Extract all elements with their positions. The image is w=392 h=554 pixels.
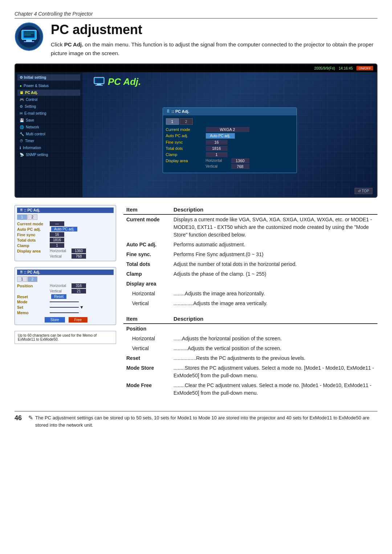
panel1-title-icon: ⠿	[20, 208, 23, 212]
panel1-row-cursor: Current mode —	[17, 221, 114, 226]
panel1-title-text: :: PC Adj.	[24, 208, 40, 212]
page-number: 46	[15, 414, 25, 422]
panel1-label-total: Total dots	[17, 238, 50, 242]
t1-desc-2: Performs Fine Sync adjustment.(0 ~ 31)	[171, 250, 377, 259]
svg-rect-11	[95, 85, 103, 86]
svg-rect-4	[26, 40, 32, 41]
panel2-store-btn[interactable]: Store	[45, 317, 65, 323]
panel2-tab-2[interactable]: 2	[28, 276, 38, 282]
sidebar-label-6: Save	[26, 118, 34, 122]
scr-vert-label: Vertical	[206, 164, 231, 168]
left-panels: ⠿ :: PC Adj. 1 2 Current mode — Auto PC …	[15, 205, 116, 404]
panel2-horiz-val: 316	[72, 283, 86, 288]
sidebar-pc-adj[interactable]: 🖥PC Adj.	[17, 90, 80, 96]
sidebar-information[interactable]: ℹInformation	[17, 145, 80, 151]
panel1-row-auto: Auto PC adj. Auto PC adj.	[17, 227, 114, 231]
panel1-row-clamp: Clamp 1	[17, 243, 114, 248]
t1-desc-7: ..............Adjusts the image area ver…	[171, 299, 377, 308]
panel1-tab-2[interactable]: 2	[28, 214, 38, 220]
panel-1: ⠿ :: PC Adj. 1 2 Current mode — Auto PC …	[15, 205, 116, 261]
t1-item-6: Horizontal	[123, 289, 171, 299]
panel1-auto-btn[interactable]: Auto PC adj.	[51, 227, 77, 231]
table-row: Horizontal ........Adjusts the image are…	[123, 289, 377, 299]
screenshot-tab-1[interactable]: 1	[166, 118, 179, 125]
scr-horiz-val: 1360	[231, 158, 249, 163]
svg-rect-9	[95, 78, 103, 83]
panel1-vert-label: Vertical	[50, 254, 72, 258]
panel1-row-fine: Fine sync 16	[17, 232, 114, 237]
sidebar-snmp[interactable]: 📡SNMP setting	[17, 152, 80, 158]
panel2-row-set: Set ▼	[17, 305, 114, 310]
panel2-title: ⠿ :: PC Adj.	[17, 270, 114, 275]
panel2-btn-row: Store Free	[17, 317, 114, 323]
screenshot-panel-title-text: :: PC Adj.	[172, 109, 189, 114]
scr-row-label-1: Auto PC adj.	[166, 134, 206, 138]
sidebar-save[interactable]: 💾Save	[17, 117, 80, 123]
sidebar-timer[interactable]: ⏱Timer	[17, 138, 80, 144]
sidebar-power-status[interactable]: ●Power & Status	[17, 83, 80, 89]
sidebar-network[interactable]: 🌐Network	[17, 124, 80, 130]
t1-desc-5	[171, 279, 377, 289]
screenshot-tab-2[interactable]: 2	[180, 118, 193, 125]
table-row: Auto PC adj. Performs automatic adjustme…	[123, 240, 377, 250]
scr-row-val-0: WXGA 2	[206, 127, 249, 132]
panel2-val-mode	[50, 301, 79, 302]
panel2-label-reset: Reset	[17, 295, 50, 299]
table-row: Fine sync. Performs Fine Sync adjustment…	[123, 250, 377, 259]
intro-bold: PC Adj.	[64, 41, 83, 48]
title-section: PC adjustment Click PC Adj. on the main …	[15, 22, 377, 58]
sidebar-control[interactable]: 🎮Control	[17, 97, 80, 103]
screenshot-pc-adj-panel: ⠿ :: PC Adj. 1 2 Current mode WXGA 2 Aut…	[163, 107, 297, 173]
sidebar-email-setting[interactable]: ✉E-mail setting	[17, 110, 80, 116]
panel1-display-area: Display area Horizontal 1360 Vertical 76…	[17, 249, 114, 259]
panel1-label-auto: Auto PC adj.	[17, 227, 50, 231]
t1-desc-4: Adjusts the phase of the clamp. (1 ~ 255…	[171, 269, 377, 279]
scr-vert-val: 768	[231, 164, 249, 169]
scr-row-val-3: 1816	[206, 146, 228, 151]
panel1-title: ⠿ :: PC Adj.	[17, 208, 114, 213]
panel1-tab-1[interactable]: 1	[17, 214, 27, 220]
panel1-label-clamp: Clamp	[17, 243, 50, 248]
panel2-horiz-label: Horizontal	[50, 284, 72, 288]
panel1-tabs: 1 2	[17, 214, 114, 220]
panel1-horiz-label: Horizontal	[50, 249, 72, 253]
scr-row-label-3: Total dots	[166, 146, 206, 151]
sidebar-label-10: Information	[23, 146, 41, 150]
t2-desc-5: ........Clear the PC adjustment values. …	[171, 381, 377, 398]
sidebar-setting[interactable]: ⚙Setting	[17, 103, 80, 110]
table-row: Mode Store ........Stores the PC adjustm…	[123, 363, 377, 381]
t2-item-5: Mode Free	[123, 381, 171, 398]
panel2-free-btn[interactable]: Free	[69, 317, 88, 323]
sidebar-label-4: Setting	[25, 104, 36, 108]
t1-item-7: Vertical	[123, 299, 171, 308]
t1-item-1: Auto PC adj.	[123, 240, 171, 250]
screenshot-logo-text: PC Adj.	[108, 76, 141, 87]
panel1-val-clamp: 1	[50, 243, 64, 248]
panel2-label-memo: Memo	[17, 311, 50, 315]
t2-item-1: Horizontal	[123, 334, 171, 344]
screenshot-panel-title: ⠿ :: PC Adj.	[163, 108, 297, 115]
table-row: Total dots Adjust the number of total do…	[123, 259, 377, 269]
sidebar-label-9: Timer	[25, 139, 34, 143]
scr-row-val-4: 1	[206, 152, 228, 157]
panel2-label-position: Position	[17, 284, 50, 288]
sidebar-multi-control[interactable]: 🔧Multi control	[17, 131, 80, 137]
panel2-val-set	[50, 307, 79, 308]
panel2-title-text: :: PC Adj.	[24, 270, 40, 274]
memo-note: Up to 60 characters can be used for the …	[15, 331, 116, 344]
scr-row-val-2: 16	[206, 140, 228, 145]
chapter-header: Chapter 4 Controlling the Projector	[15, 11, 377, 19]
panel2-reset-btn[interactable]: Reset	[51, 294, 66, 299]
top-button[interactable]: ↺ TOP	[355, 188, 372, 194]
sidebar-initial-setting[interactable]: ⚙ Initial setting	[17, 74, 80, 81]
panel1-horiz-val: 1360	[72, 249, 86, 253]
screenshot-logo: PC Adj.	[93, 76, 141, 87]
t1-item-5: Display area	[123, 279, 171, 289]
scr-auto-pc-btn[interactable]: Auto PC adj.	[206, 133, 235, 139]
table1-header-desc: Description	[171, 205, 377, 214]
sidebar-label-11: SNMP setting	[26, 153, 48, 157]
memo-note-text: Up to 60 characters can be used for the …	[18, 333, 97, 341]
panel2-position: Position Horizontal 316 Vertical 21	[17, 283, 114, 294]
table-row: Clamp Adjusts the phase of the clamp. (1…	[123, 269, 377, 279]
panel2-tab-1[interactable]: 1	[17, 276, 27, 282]
